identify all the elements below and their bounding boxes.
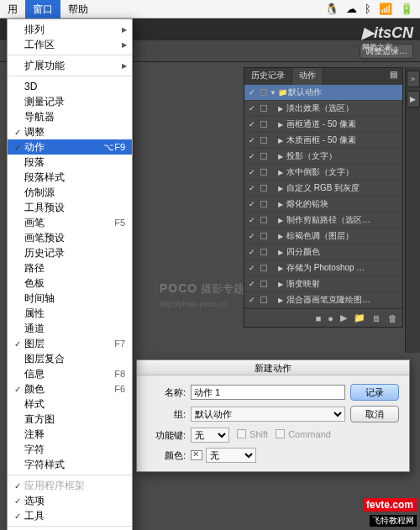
menu-item-动作[interactable]: ✓动作⌥F9 bbox=[8, 139, 132, 155]
action-row[interactable]: ✓▶画框通道 - 50 像素 bbox=[244, 117, 402, 133]
menu-item-通道[interactable]: 通道 bbox=[8, 321, 132, 336]
menu-item-字符[interactable]: 字符 bbox=[8, 442, 132, 457]
menu-item-排列[interactable]: 排列 bbox=[8, 22, 132, 37]
stop-icon[interactable]: ■ bbox=[316, 313, 322, 323]
wifi-icon[interactable]: 📶 bbox=[379, 3, 392, 15]
color-select[interactable]: 无 bbox=[206, 448, 256, 463]
menu-item-画笔[interactable]: 画笔F5 bbox=[8, 215, 132, 230]
action-row[interactable]: ✓▶渐变映射 bbox=[244, 276, 402, 292]
panel-footer: ■ ● ▶ 📁 🗎 🗑 bbox=[244, 308, 402, 327]
menu-item-应用程序框架[interactable]: ✓应用程序框架 bbox=[8, 478, 132, 493]
menu-item-信息[interactable]: 信息F8 bbox=[8, 366, 132, 381]
color-swatch[interactable] bbox=[191, 450, 202, 460]
penguin-icon[interactable]: 🐧 bbox=[325, 3, 339, 15]
color-label: 颜色: bbox=[145, 449, 186, 462]
menu-item-属性[interactable]: 属性 bbox=[8, 306, 132, 321]
menu-item-图层[interactable]: ✓图层F7 bbox=[8, 336, 132, 351]
action-row[interactable]: ✓▶水中倒影（文字） bbox=[244, 165, 402, 181]
tab-actions[interactable]: 动作 bbox=[292, 68, 323, 85]
expand-icon[interactable]: » bbox=[407, 71, 420, 87]
menu-item-历史记录[interactable]: 历史记录 bbox=[8, 245, 132, 260]
window-menu-dropdown: 排列工作区扩展功能3D测量记录导航器✓调整✓动作⌥F9段落段落样式仿制源工具预设… bbox=[7, 18, 133, 530]
menu-item-字符样式[interactable]: 字符样式 bbox=[8, 457, 132, 472]
menu-item-路径[interactable]: 路径 bbox=[8, 260, 132, 275]
menu-item-段落样式[interactable]: 段落样式 bbox=[8, 170, 132, 185]
tab-history[interactable]: 历史记录 bbox=[244, 68, 292, 85]
dialog-title: 新建动作 bbox=[137, 360, 409, 375]
menu-item-工具预设[interactable]: 工具预设 bbox=[8, 200, 132, 215]
new-action-dialog: 新建动作 名称: 记录 组: 默认动作 取消 功能键: 无 Shift Comm… bbox=[136, 359, 410, 472]
menu-item-画笔预设[interactable]: 画笔预设 bbox=[8, 230, 132, 245]
itscn-watermark: ▶itsCN 网管之家 bbox=[362, 24, 413, 53]
action-row[interactable]: ✓▶木质画框 - 50 像素 bbox=[244, 133, 402, 149]
shift-checkbox[interactable]: Shift bbox=[237, 429, 268, 439]
action-row[interactable]: ✓▶熔化的铅块 bbox=[244, 197, 402, 213]
new-action-icon[interactable]: 🗎 bbox=[372, 313, 381, 323]
fevte-watermark: fevte.com 飞特教程网 bbox=[363, 496, 417, 527]
command-checkbox[interactable]: Command bbox=[276, 429, 331, 439]
menu-item-扩展功能[interactable]: 扩展功能 bbox=[8, 58, 132, 73]
menu-item-注释[interactable]: 注释 bbox=[8, 427, 132, 442]
play-icon[interactable]: ▶ bbox=[340, 312, 347, 323]
trash-icon[interactable]: 🗑 bbox=[388, 313, 397, 323]
menu-item-仿制源[interactable]: 仿制源 bbox=[8, 185, 132, 200]
menu-window[interactable]: 窗口 bbox=[25, 0, 60, 18]
menu-item-工具[interactable]: ✓工具 bbox=[8, 508, 132, 523]
menu-item-选项[interactable]: ✓选项 bbox=[8, 493, 132, 508]
actions-panel: 历史记录 动作 ▤ ✓▼📁默认动作✓▶淡出效果（选区）✓▶画框通道 - 50 像… bbox=[244, 67, 403, 328]
group-label: 组: bbox=[145, 408, 186, 421]
menu-item-调整[interactable]: ✓调整 bbox=[8, 124, 132, 139]
bluetooth-icon[interactable]: ᛒ bbox=[365, 3, 371, 15]
cloud-icon[interactable]: ☁ bbox=[346, 3, 357, 15]
action-row[interactable]: ✓▶四分颜色 bbox=[244, 244, 402, 260]
menu-item-图层复合[interactable]: 图层复合 bbox=[8, 351, 132, 366]
menu-item-测量记录[interactable]: 测量记录 bbox=[8, 94, 132, 109]
menu-item-直方图[interactable]: 直方图 bbox=[8, 412, 132, 427]
record-icon[interactable]: ● bbox=[328, 313, 333, 323]
action-row[interactable]: ✓▶混合器画笔克隆绘图… bbox=[244, 292, 402, 308]
record-button[interactable]: 记录 bbox=[350, 384, 399, 401]
panel-menu-icon[interactable]: ▤ bbox=[385, 68, 402, 85]
fkey-label: 功能键: bbox=[145, 429, 186, 442]
action-row[interactable]: ✓▶存储为 Photoshop … bbox=[244, 260, 402, 276]
action-row[interactable]: ✓▶自定义 RGB 到灰度 bbox=[244, 181, 402, 197]
menu-item[interactable]: 用 bbox=[0, 0, 25, 18]
battery-icon[interactable]: 🔋 bbox=[400, 3, 413, 15]
status-tray: 🐧 ☁ ᛒ 📶 🔋 bbox=[325, 3, 420, 15]
menu-item-样式[interactable]: 样式 bbox=[8, 396, 132, 412]
action-row[interactable]: ✓▶淡出效果（选区） bbox=[244, 101, 402, 117]
menu-item-时间轴[interactable]: 时间轴 bbox=[8, 291, 132, 306]
os-menubar: 用 窗口 帮助 🐧 ☁ ᛒ 📶 🔋 bbox=[0, 0, 420, 18]
new-folder-icon[interactable]: 📁 bbox=[354, 312, 365, 323]
group-select[interactable]: 默认动作 bbox=[191, 407, 345, 422]
menu-item-工作区[interactable]: 工作区 bbox=[8, 37, 132, 52]
menu-item-色板[interactable]: 色板 bbox=[8, 275, 132, 291]
fkey-select[interactable]: 无 bbox=[191, 428, 229, 443]
menu-help[interactable]: 帮助 bbox=[60, 0, 96, 18]
name-label: 名称: bbox=[145, 386, 186, 399]
menu-item-颜色[interactable]: ✓颜色F6 bbox=[8, 381, 132, 396]
cancel-button[interactable]: 取消 bbox=[350, 406, 399, 422]
panel-sidebar: » ▶ bbox=[405, 67, 420, 353]
menu-item-段落[interactable]: 段落 bbox=[8, 155, 132, 170]
poco-watermark: POCO 摄影专题 http://photo.poco.cn/ bbox=[160, 281, 244, 309]
play-icon[interactable]: ▶ bbox=[407, 91, 420, 108]
name-input[interactable] bbox=[191, 385, 345, 400]
menu-item-3D[interactable]: 3D bbox=[8, 79, 132, 94]
action-row[interactable]: ✓▶制作剪贴路径（选区… bbox=[244, 213, 402, 228]
action-row[interactable]: ✓▶棕褐色调（图层） bbox=[244, 228, 402, 244]
action-row[interactable]: ✓▶投影（文字） bbox=[244, 149, 402, 165]
action-set-header[interactable]: ✓▼📁默认动作 bbox=[244, 85, 402, 101]
menu-item-导航器[interactable]: 导航器 bbox=[8, 109, 132, 124]
